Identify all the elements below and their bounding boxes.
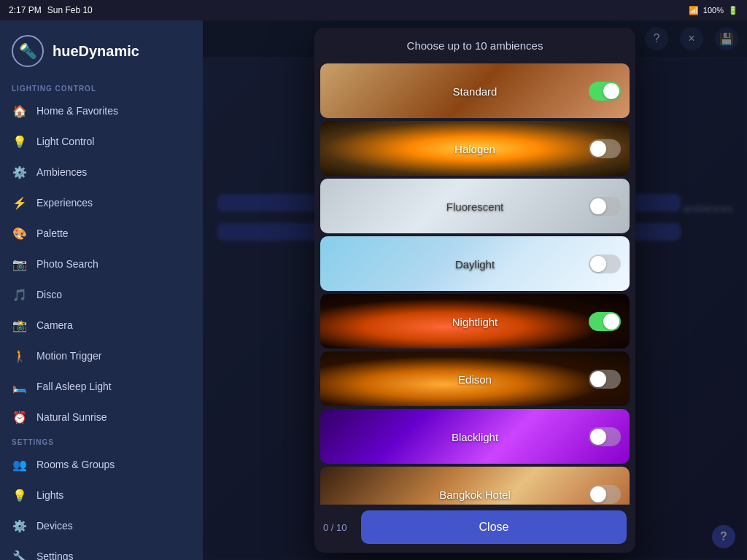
toggle-thumb-halogen bbox=[590, 141, 606, 157]
sidebar-item-palette[interactable]: 🎨 Palette bbox=[0, 218, 203, 249]
sidebar-item-fall-asleep[interactable]: 🛏️ Fall Asleep Light bbox=[0, 371, 203, 402]
toggle-fluorescent[interactable] bbox=[589, 197, 621, 216]
battery-icon: 🔋 bbox=[728, 6, 738, 15]
sidebar-label-natural-sunrise: Natural Sunrise bbox=[36, 411, 107, 423]
ambience-label-bangkok-hotel: Bangkok Hotel bbox=[439, 488, 511, 500]
toggle-bangkok-hotel[interactable] bbox=[589, 485, 621, 504]
sidebar-label-light-control: Light Control bbox=[36, 136, 94, 147]
toggle-switch-edison[interactable] bbox=[589, 370, 621, 389]
ambience-label-daylight: Daylight bbox=[455, 257, 495, 270]
status-right: 📶 100% 🔋 bbox=[689, 6, 738, 15]
sidebar-item-devices[interactable]: ⚙️ Devices bbox=[0, 510, 203, 541]
sidebar-item-motion-trigger[interactable]: 🚶 Motion Trigger bbox=[0, 341, 203, 371]
sidebar-label-experiences: Experiences bbox=[36, 197, 93, 209]
sidebar-label-settings: Settings bbox=[36, 551, 74, 560]
ambience-item-edison[interactable]: Edison bbox=[320, 351, 630, 406]
sidebar: 🔦 hueDynamic LIGHTING CONTROL 🏠 Home & F… bbox=[0, 20, 203, 560]
sidebar-label-rooms-groups: Rooms & Groups bbox=[36, 459, 115, 470]
modal-footer: 0 / 10 Close bbox=[314, 505, 635, 553]
sidebar-label-motion-trigger: Motion Trigger bbox=[36, 350, 101, 362]
ambience-label-edison: Edison bbox=[458, 373, 492, 385]
sidebar-label-devices: Devices bbox=[36, 520, 73, 532]
experiences-icon: ⚡ bbox=[12, 195, 28, 211]
modal-close-button[interactable]: Close bbox=[361, 510, 627, 544]
sidebar-label-camera: Camera bbox=[36, 319, 73, 331]
toggle-thumb-daylight bbox=[590, 256, 606, 272]
sidebar-item-disco[interactable]: 🎵 Disco bbox=[0, 279, 203, 310]
modal-counter: 0 / 10 bbox=[323, 522, 352, 533]
sidebar-label-photo-search: Photo Search bbox=[36, 258, 98, 270]
sidebar-item-photo-search[interactable]: 📷 Photo Search bbox=[0, 249, 203, 279]
sidebar-label-palette: Palette bbox=[36, 228, 69, 239]
home-icon: 🏠 bbox=[12, 103, 28, 119]
toggle-daylight[interactable] bbox=[589, 254, 621, 273]
ambience-label-halogen: Halogen bbox=[454, 142, 495, 155]
status-date: Sun Feb 10 bbox=[47, 5, 93, 15]
status-bar: 2:17 PM Sun Feb 10 📶 100% 🔋 bbox=[0, 0, 747, 20]
rooms-groups-icon: 👥 bbox=[12, 456, 28, 472]
toggle-switch-fluorescent[interactable] bbox=[589, 197, 621, 216]
lights-icon: 💡 bbox=[12, 487, 28, 503]
status-left: 2:17 PM Sun Feb 10 bbox=[9, 5, 93, 15]
toggle-halogen[interactable] bbox=[589, 139, 621, 158]
motion-trigger-icon: 🚶 bbox=[12, 348, 28, 364]
toggle-switch-daylight[interactable] bbox=[589, 254, 621, 273]
sidebar-item-light-control[interactable]: 💡 Light Control bbox=[0, 126, 203, 157]
ambience-item-daylight[interactable]: Daylight bbox=[320, 236, 630, 291]
sidebar-label-lights: Lights bbox=[36, 489, 63, 501]
sidebar-label-disco: Disco bbox=[36, 289, 62, 300]
toggle-switch-standard[interactable] bbox=[589, 82, 621, 101]
sidebar-item-lights[interactable]: 💡 Lights bbox=[0, 480, 203, 510]
logo-icon: 🔦 bbox=[12, 35, 44, 67]
toggle-switch-halogen[interactable] bbox=[589, 139, 621, 158]
battery-text: 100% bbox=[703, 6, 724, 15]
toggle-standard[interactable] bbox=[589, 82, 621, 101]
logo-text: hueDynamic bbox=[53, 43, 139, 60]
toggle-thumb-edison bbox=[590, 371, 606, 387]
ambience-item-blacklight[interactable]: Blacklight bbox=[320, 409, 630, 464]
app-container: 🔦 hueDynamic LIGHTING CONTROL 🏠 Home & F… bbox=[0, 20, 747, 560]
sidebar-item-settings[interactable]: 🔧 Settings bbox=[0, 541, 203, 560]
ambience-label-blacklight: Blacklight bbox=[452, 430, 498, 443]
ambience-label-fluorescent: Fluorescent bbox=[446, 200, 503, 212]
ambience-item-fluorescent[interactable]: Fluorescent bbox=[320, 179, 630, 233]
ambience-label-standard: Standard bbox=[453, 85, 498, 97]
modal-header: Choose up to 10 ambiences bbox=[314, 28, 635, 61]
sidebar-item-camera[interactable]: 📸 Camera bbox=[0, 310, 203, 341]
settings-icon: 🔧 bbox=[12, 548, 28, 560]
light-control-icon: 💡 bbox=[12, 133, 28, 149]
sidebar-item-ambiences[interactable]: ⚙️ Ambiences bbox=[0, 157, 203, 187]
sidebar-label-ambiences: Ambiences bbox=[36, 166, 87, 178]
section-label-settings: SETTINGS bbox=[0, 432, 203, 449]
toggle-thumb-fluorescent bbox=[590, 198, 606, 214]
modal-dialog: Choose up to 10 ambiences Standard bbox=[314, 28, 635, 553]
palette-icon: 🎨 bbox=[12, 225, 28, 241]
sidebar-item-home[interactable]: 🏠 Home & Favorites bbox=[0, 96, 203, 126]
ambience-item-bangkok-hotel[interactable]: Bangkok Hotel bbox=[320, 467, 630, 505]
sidebar-item-experiences[interactable]: ⚡ Experiences bbox=[0, 187, 203, 218]
natural-sunrise-icon: ⏰ bbox=[12, 409, 28, 425]
camera-icon: 📸 bbox=[12, 317, 28, 333]
modal-title: Choose up to 10 ambiences bbox=[407, 39, 543, 52]
toggle-edison[interactable] bbox=[589, 370, 621, 389]
toggle-switch-blacklight[interactable] bbox=[589, 427, 621, 446]
toggle-nightlight[interactable] bbox=[589, 312, 621, 331]
fall-asleep-icon: 🛏️ bbox=[12, 378, 28, 394]
ambience-item-standard[interactable]: Standard bbox=[320, 63, 630, 118]
toggle-switch-bangkok[interactable] bbox=[589, 485, 621, 504]
toggle-switch-nightlight[interactable] bbox=[589, 312, 621, 331]
ambience-item-nightlight[interactable]: Nightlight bbox=[320, 294, 630, 349]
photo-search-icon: 📷 bbox=[12, 256, 28, 272]
sidebar-item-rooms-groups[interactable]: 👥 Rooms & Groups bbox=[0, 449, 203, 480]
ambience-item-halogen[interactable]: Halogen bbox=[320, 121, 630, 176]
ambiences-icon: ⚙️ bbox=[12, 164, 28, 180]
wifi-icon: 📶 bbox=[689, 6, 699, 15]
toggle-thumb-bangkok bbox=[590, 486, 606, 502]
toggle-blacklight[interactable] bbox=[589, 427, 621, 446]
sidebar-item-natural-sunrise[interactable]: ⏰ Natural Sunrise bbox=[0, 402, 203, 432]
main-content: ? × 💾 ambiences ? Choose up to 10 ambien… bbox=[203, 20, 747, 560]
modal-overlay: Choose up to 10 ambiences Standard bbox=[203, 20, 747, 560]
toggle-thumb-standard bbox=[603, 83, 619, 99]
modal-body[interactable]: Standard Halogen bbox=[314, 61, 635, 505]
disco-icon: 🎵 bbox=[12, 287, 28, 303]
